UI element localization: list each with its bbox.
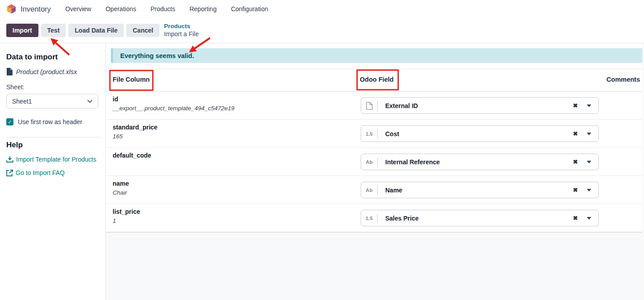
breadcrumb: Products Import a File xyxy=(164,23,199,38)
selected-field-label: Cost xyxy=(385,130,399,138)
load-data-file-button[interactable]: Load Data File xyxy=(68,24,124,37)
table-row-name: name Chair Ab Name ✖ xyxy=(106,176,642,204)
data-to-import-heading: Data to import xyxy=(6,53,99,62)
text-field-type-icon: Ab xyxy=(361,188,377,193)
table-row-id: id __export__.product_template_494_c5472… xyxy=(106,92,642,120)
comments-header: Comments xyxy=(606,76,640,83)
page-icon xyxy=(366,102,373,110)
test-button[interactable]: Test xyxy=(41,24,66,37)
inventory-app-icon xyxy=(6,4,17,14)
nav-item-overview[interactable]: Overview xyxy=(65,5,91,12)
external-link-icon xyxy=(6,170,13,176)
validation-alert-message: Everything seems valid. xyxy=(120,52,194,59)
file-column-preview: Chair xyxy=(113,189,127,196)
first-row-header-checkbox[interactable]: ✓ xyxy=(6,118,13,125)
sheet-select-value: Sheet1 xyxy=(12,98,32,105)
odoo-field-selector[interactable]: Ab Name ✖ xyxy=(361,182,599,198)
dropdown-caret-icon[interactable] xyxy=(587,161,591,163)
import-button[interactable]: Import xyxy=(6,24,38,37)
sidebar: Data to import Product (product.xlsx She… xyxy=(0,43,106,300)
import-template-link[interactable]: Import Template for Products xyxy=(6,156,99,163)
cancel-button[interactable]: Cancel xyxy=(126,24,160,37)
chevron-down-icon xyxy=(87,100,93,103)
clear-field-icon[interactable]: ✖ xyxy=(573,187,578,193)
clear-field-icon[interactable]: ✖ xyxy=(573,102,578,109)
odoo-field-selector[interactable]: 1.5 Cost ✖ xyxy=(361,125,599,142)
file-column-preview: 1 xyxy=(113,217,116,224)
odoo-field-header: Odoo Field xyxy=(360,76,394,83)
number-field-type-icon: 1.5 xyxy=(361,131,377,137)
imported-file-name: Product (product.xlsx xyxy=(16,68,77,75)
control-panel: Import Test Load Data File Cancel Produc… xyxy=(0,18,644,43)
dropdown-caret-icon[interactable] xyxy=(587,189,591,192)
table-row-default-code: default_code Ab Internal Reference ✖ xyxy=(106,148,642,176)
dropdown-caret-icon[interactable] xyxy=(587,104,591,107)
file-column-header: File Column xyxy=(113,76,150,83)
file-column-preview: 165 xyxy=(113,133,123,140)
selector-separator xyxy=(377,186,378,195)
file-column-name: name xyxy=(113,180,129,187)
first-row-header-option: ✓ Use first row as header xyxy=(6,118,99,125)
file-column-preview: __export__.product_template_494_c5472e19 xyxy=(113,105,234,112)
top-nav: Inventory Overview Operations Products R… xyxy=(0,0,644,18)
validation-alert: Everything seems valid. xyxy=(111,48,642,63)
file-column-name: default_code xyxy=(113,152,151,159)
sheet-select[interactable]: Sheet1 xyxy=(6,94,98,108)
import-faq-link-label: Go to Import FAQ xyxy=(16,169,65,176)
sidebar-divider xyxy=(6,137,99,138)
import-template-link-label: Import Template for Products xyxy=(16,156,96,163)
selector-separator xyxy=(377,101,378,110)
import-faq-link[interactable]: Go to Import FAQ xyxy=(6,169,99,176)
number-field-type-icon: 1.5 xyxy=(361,216,377,221)
imported-file-row: Product (product.xlsx xyxy=(6,68,99,75)
scrollbar-gutter[interactable] xyxy=(642,43,644,300)
nav-item-operations[interactable]: Operations xyxy=(105,5,136,12)
text-field-type-icon: Ab xyxy=(361,159,377,165)
import-preview-panel: Everything seems valid. File Column Odoo… xyxy=(106,43,642,300)
table-row-list-price: list_price 1 1.5 Sales Price ✖ xyxy=(106,204,642,232)
external-id-field-type-icon xyxy=(361,102,377,110)
clear-field-icon[interactable]: ✖ xyxy=(573,130,578,137)
selected-field-label: External ID xyxy=(385,102,418,109)
selector-separator xyxy=(377,158,378,167)
sheet-label: Sheet: xyxy=(6,83,99,91)
file-column-name: id xyxy=(113,96,118,103)
table-row-standard-price: standard_price 165 1.5 Cost ✖ xyxy=(106,120,642,148)
empty-area xyxy=(106,232,642,300)
dropdown-caret-icon[interactable] xyxy=(587,133,591,135)
file-column-name: standard_price xyxy=(113,124,157,131)
odoo-field-selector[interactable]: Ab Internal Reference ✖ xyxy=(361,154,599,170)
breadcrumb-current-page: Import a File xyxy=(164,30,199,38)
first-row-header-label: Use first row as header xyxy=(18,118,82,125)
nav-item-products[interactable]: Products xyxy=(151,5,175,12)
odoo-field-selector[interactable]: External ID ✖ xyxy=(361,97,599,114)
selected-field-label: Name xyxy=(385,187,402,194)
breadcrumb-products-link[interactable]: Products xyxy=(164,23,199,30)
selected-field-label: Sales Price xyxy=(385,215,419,222)
nav-item-configuration[interactable]: Configuration xyxy=(231,5,268,12)
file-icon xyxy=(6,68,13,75)
clear-field-icon[interactable]: ✖ xyxy=(573,215,578,221)
nav-item-reporting[interactable]: Reporting xyxy=(189,5,217,12)
table-top-border xyxy=(106,69,642,69)
file-column-name: list_price xyxy=(113,208,140,215)
app-title: Inventory xyxy=(21,5,51,13)
selector-separator xyxy=(377,214,378,223)
download-icon xyxy=(6,156,13,163)
selector-separator xyxy=(377,129,378,138)
help-heading: Help xyxy=(6,141,99,150)
clear-field-icon[interactable]: ✖ xyxy=(573,158,578,165)
dropdown-caret-icon[interactable] xyxy=(587,217,591,220)
selected-field-label: Internal Reference xyxy=(385,158,440,166)
odoo-field-selector[interactable]: 1.5 Sales Price ✖ xyxy=(361,210,599,226)
